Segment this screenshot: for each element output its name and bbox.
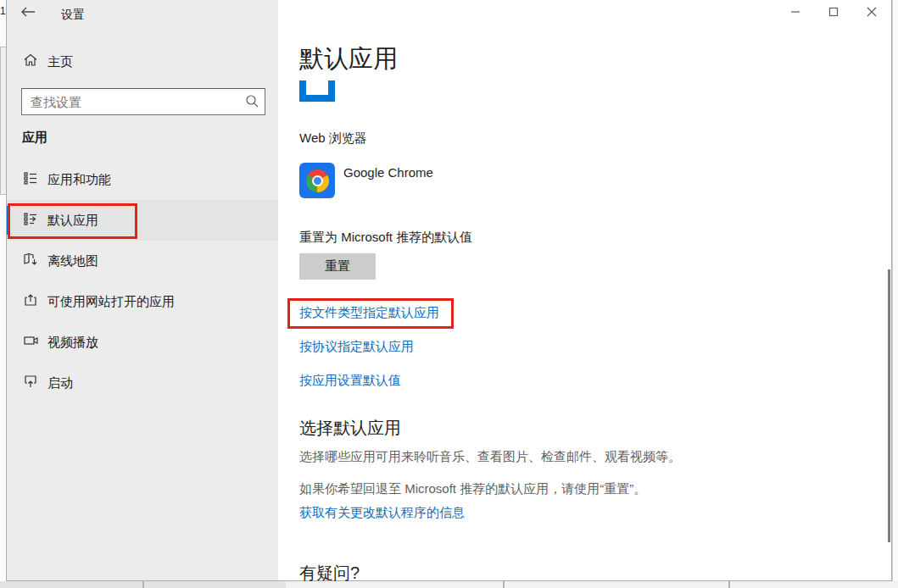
web-browser-label: Web 浏览器 xyxy=(299,130,367,147)
sidebar-item-label: 离线地图 xyxy=(47,253,98,269)
background-sliver-panel xyxy=(0,47,6,195)
sidebar-item-label: 视频播放 xyxy=(47,335,98,351)
have-questions-title: 有疑问? xyxy=(299,562,360,585)
background-window-edge xyxy=(142,581,144,588)
google-chrome-icon xyxy=(299,163,335,198)
offline-maps-icon xyxy=(23,252,38,270)
apps-and-features-icon xyxy=(23,170,38,189)
window-title: 设置 xyxy=(61,8,85,23)
sidebar-item-default-apps[interactable]: 默认应用 xyxy=(7,200,278,241)
reset-description: 重置为 Microsoft 推荐的默认值 xyxy=(299,230,472,246)
scrollbar-thumb[interactable] xyxy=(888,269,890,542)
search-icon[interactable] xyxy=(245,94,259,112)
chrome-logo xyxy=(306,169,329,192)
sidebar-item-home[interactable]: 主页 xyxy=(7,49,278,75)
sidebar-item-label: 启动 xyxy=(47,375,73,391)
window-controls xyxy=(776,0,890,25)
link-defaults-by-file-type[interactable]: 按文件类型指定默认应用 xyxy=(299,305,439,321)
sidebar-item-apps-and-features[interactable]: 应用和功能 xyxy=(7,159,278,200)
sidebar-nav-list: 应用和功能 默认应用 xyxy=(7,159,278,403)
minimize-button[interactable] xyxy=(776,0,814,25)
sidebar-item-startup[interactable]: 启动 xyxy=(7,363,278,403)
home-icon xyxy=(23,53,38,71)
close-button[interactable] xyxy=(852,0,890,25)
sidebar: 设置 主页 应用 xyxy=(7,0,278,580)
reset-button[interactable]: 重置 xyxy=(299,253,376,280)
page-title: 默认应用 xyxy=(299,42,398,76)
sidebar-group-header: 应用 xyxy=(22,130,47,146)
main-pane: 默认应用 Web 浏览器 Google Chrome 重置为 Microsoft… xyxy=(278,0,891,580)
link-defaults-by-app[interactable]: 按应用设置默认值 xyxy=(299,373,401,389)
default-browser-name: Google Chrome xyxy=(343,165,433,198)
background-bottom-strip xyxy=(0,581,898,588)
choose-default-apps-title: 选择默认应用 xyxy=(299,417,401,440)
settings-window: 设置 主页 应用 xyxy=(6,0,892,581)
search-box xyxy=(21,88,265,115)
sidebar-item-offline-maps[interactable]: 离线地图 xyxy=(7,241,278,281)
back-button[interactable] xyxy=(14,2,42,25)
sidebar-item-label: 可使用网站打开的应用 xyxy=(47,294,175,310)
background-window-edge xyxy=(728,581,730,588)
sidebar-item-label: 应用和功能 xyxy=(47,172,111,188)
clipped-blue-icon xyxy=(299,80,335,102)
startup-icon xyxy=(23,374,38,392)
background-window-right-sliver xyxy=(892,0,898,581)
link-defaults-by-protocol[interactable]: 按协议指定默认应用 xyxy=(299,339,414,355)
apps-for-websites-icon xyxy=(23,292,38,311)
sidebar-item-label: 主页 xyxy=(47,54,73,70)
default-apps-icon xyxy=(23,211,38,230)
choose-default-apps-description: 选择哪些应用可用来聆听音乐、查看图片、检查邮件、观看视频等。 xyxy=(299,449,681,465)
sidebar-item-video-playback[interactable]: 视频播放 xyxy=(7,322,278,363)
default-browser-row[interactable]: Google Chrome xyxy=(299,163,433,198)
sidebar-item-apps-for-websites[interactable]: 可使用网站打开的应用 xyxy=(7,281,278,322)
screen: 1 设置 主页 xyxy=(0,0,898,588)
background-window-left-sliver: 1 xyxy=(0,0,6,581)
selected-accent-bar xyxy=(7,206,10,235)
sidebar-item-label: 默认应用 xyxy=(47,213,98,229)
maximize-button[interactable] xyxy=(814,0,852,25)
back-arrow-icon xyxy=(20,6,36,21)
background-sliver-text: 1 xyxy=(0,5,6,17)
video-playback-icon xyxy=(23,333,38,352)
reset-hint-text: 如果你希望回退至 Microsoft 推荐的默认应用，请使用“重置”。 xyxy=(299,481,646,497)
link-change-default-programs-info[interactable]: 获取有关更改默认程序的信息 xyxy=(299,505,465,521)
minimize-icon xyxy=(790,7,800,19)
search-input[interactable] xyxy=(21,88,265,115)
maximize-icon xyxy=(828,7,839,19)
background-window-edge xyxy=(503,581,505,588)
close-icon xyxy=(867,7,877,19)
